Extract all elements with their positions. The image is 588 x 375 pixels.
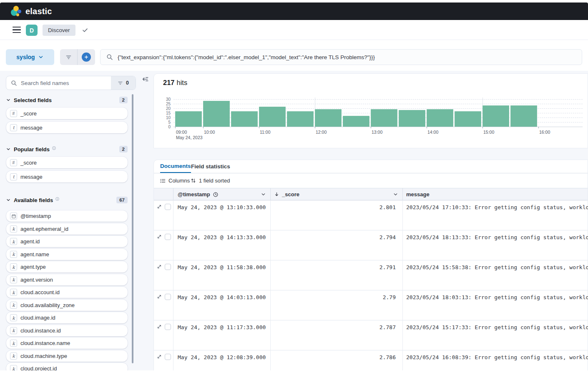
field-search-input[interactable] bbox=[17, 80, 111, 86]
score-cell: 2.801 bbox=[271, 200, 403, 230]
breadcrumb-discover[interactable]: Discover bbox=[43, 25, 75, 36]
field-name: message bbox=[20, 125, 43, 131]
x-axis-tick bbox=[538, 127, 539, 128]
collapse-sidebar-button[interactable] bbox=[141, 75, 150, 84]
histogram-bar-13:30[interactable] bbox=[399, 110, 425, 127]
histogram-bar-13:00[interactable] bbox=[371, 109, 397, 127]
elastic-logo[interactable] bbox=[11, 6, 22, 17]
field-item-cloud.availability_zone[interactable]: kcloud.availability_zone bbox=[6, 300, 128, 311]
field-item-cloud.instance.id[interactable]: kcloud.instance.id bbox=[6, 325, 128, 336]
grid-toolbar: Columns 1 field sorted bbox=[154, 173, 588, 188]
sort-updown-icon bbox=[191, 178, 196, 183]
histogram-bar-14:30[interactable] bbox=[455, 111, 481, 127]
query-input[interactable]: {"text_expansion":{"ml.tokens":{"model_i… bbox=[100, 49, 582, 65]
field-item-cloud.instance.name[interactable]: kcloud.instance.name bbox=[6, 338, 128, 349]
app-icon-badge[interactable]: D bbox=[26, 25, 38, 36]
field-section-header-popular[interactable]: Popular fields2 bbox=[6, 145, 128, 153]
field-item-cloud.account.id[interactable]: kcloud.account.id bbox=[6, 287, 128, 298]
histogram-bar-15:00[interactable] bbox=[482, 105, 509, 127]
grid-header-timestamp[interactable]: @timestamp bbox=[173, 188, 271, 200]
field-item-agent.id[interactable]: kagent.id bbox=[6, 236, 128, 247]
sidebar-scrollbar[interactable] bbox=[132, 94, 133, 363]
columns-label: Columns bbox=[168, 178, 190, 184]
row-checkbox[interactable] bbox=[165, 324, 171, 330]
grid-header-score[interactable]: _score bbox=[271, 188, 403, 200]
expand-diagonal-icon bbox=[156, 294, 162, 300]
columns-button[interactable]: Columns bbox=[160, 173, 190, 188]
x-axis-line bbox=[173, 127, 583, 127]
expand-diagonal-icon bbox=[156, 264, 162, 270]
histogram-bar-14:00[interactable] bbox=[427, 109, 453, 127]
histogram-bar-10:00[interactable] bbox=[203, 101, 230, 127]
x-axis-tick bbox=[315, 127, 315, 128]
field-item-@timestamp[interactable]: @timestamp bbox=[6, 210, 128, 222]
y-axis-label: 0 bbox=[158, 125, 171, 129]
tabs-row: Documents Field statistics bbox=[154, 160, 588, 173]
timestamp-header-menu[interactable] bbox=[261, 192, 266, 197]
field-item-_score[interactable]: #_score bbox=[6, 108, 128, 119]
histogram-bar-10:30[interactable] bbox=[231, 111, 258, 127]
data-view-selector[interactable]: syslog bbox=[6, 49, 54, 65]
chevron-down-icon bbox=[6, 147, 11, 152]
row-checkbox[interactable] bbox=[165, 294, 171, 300]
field-item-message[interactable]: tmessage bbox=[6, 171, 128, 182]
expand-document-button[interactable] bbox=[156, 324, 162, 330]
grid-header-message[interactable]: message bbox=[403, 188, 588, 200]
info-icon bbox=[52, 146, 56, 150]
tab-documents[interactable]: Documents bbox=[160, 160, 191, 173]
section-count-badge: 2 bbox=[119, 146, 128, 152]
expand-document-button[interactable] bbox=[156, 204, 162, 210]
histogram-bar-15:30[interactable] bbox=[510, 105, 537, 127]
expand-document-button[interactable] bbox=[156, 234, 162, 240]
field-item-agent.version[interactable]: kagent.version bbox=[6, 274, 128, 285]
menu-icon[interactable] bbox=[13, 27, 21, 33]
field-item-cloud.image.id[interactable]: kcloud.image.id bbox=[6, 312, 128, 323]
histogram-bar-12:00[interactable] bbox=[315, 109, 342, 127]
plus-circle-icon bbox=[82, 52, 91, 62]
field-filter-button[interactable]: 0 bbox=[111, 76, 136, 90]
x-axis-label: 15:00 bbox=[483, 130, 494, 135]
field-item-cloud.machine.type[interactable]: kcloud.machine.type bbox=[6, 350, 128, 362]
filter-icon bbox=[118, 80, 123, 86]
field-item-agent.name[interactable]: kagent.name bbox=[6, 249, 128, 260]
info-icon bbox=[55, 197, 60, 201]
calendar-icon bbox=[11, 214, 16, 219]
chevron-down-icon bbox=[6, 198, 11, 202]
row-checkbox[interactable] bbox=[165, 234, 171, 240]
histogram-bar-11:00[interactable] bbox=[259, 107, 286, 127]
field-section-header-selected[interactable]: Selected fields2 bbox=[6, 96, 128, 104]
sorted-fields-button[interactable]: 1 field sorted bbox=[191, 173, 230, 188]
histogram-bar-11:30[interactable] bbox=[287, 111, 314, 127]
field-item-agent.ephemeral_id[interactable]: kagent.ephemeral_id bbox=[6, 223, 128, 235]
row-checkbox[interactable] bbox=[165, 204, 171, 210]
expand-document-button[interactable] bbox=[156, 354, 162, 360]
filter-fields-button[interactable] bbox=[60, 49, 78, 65]
y-axis-label: 30 bbox=[158, 97, 171, 102]
expand-document-button[interactable] bbox=[156, 294, 162, 300]
collapse-left-icon bbox=[141, 75, 149, 83]
x-axis-date-label: May 24, 2023 bbox=[176, 135, 203, 140]
score-header-menu[interactable] bbox=[393, 192, 398, 197]
check-icon bbox=[82, 27, 88, 33]
section-count-badge: 2 bbox=[119, 97, 128, 103]
histogram-bar-12:30[interactable] bbox=[343, 116, 369, 127]
filter-icon bbox=[65, 54, 72, 60]
timestamp-cell: May 24, 2023 @ 14:13:33.000 bbox=[173, 230, 271, 260]
add-filter-button[interactable] bbox=[78, 49, 95, 65]
field-item-agent.type[interactable]: kagent.type bbox=[6, 261, 128, 272]
field-section-header-available[interactable]: Available fields67 bbox=[6, 196, 128, 204]
chevron-down-icon bbox=[393, 192, 398, 197]
row-checkbox[interactable] bbox=[165, 264, 171, 270]
x-axis-tick bbox=[427, 127, 427, 128]
timestamp-header-label: @timestamp bbox=[178, 191, 210, 198]
date-field-icon bbox=[10, 212, 17, 220]
expand-document-button[interactable] bbox=[156, 264, 162, 270]
timestamp-cell: May 24, 2023 @ 14:03:13.000 bbox=[173, 290, 271, 320]
keyword-field-icon: k bbox=[10, 225, 17, 232]
histogram-bar-09:00[interactable] bbox=[175, 111, 202, 127]
histogram[interactable]: 05101520253009:0010:0011:0012:0013:0014:… bbox=[154, 74, 588, 148]
field-item-message[interactable]: tmessage bbox=[6, 122, 128, 133]
row-checkbox[interactable] bbox=[165, 354, 171, 360]
tab-field-statistics[interactable]: Field statistics bbox=[191, 160, 230, 173]
field-item-_score[interactable]: #_score bbox=[6, 157, 128, 168]
